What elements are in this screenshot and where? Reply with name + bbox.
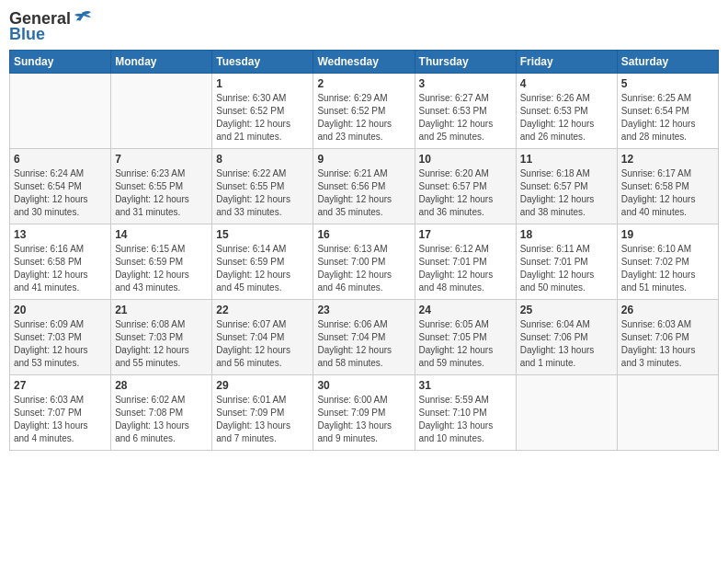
logo-bird-icon [73, 10, 93, 27]
day-info: Sunrise: 6:02 AM Sunset: 7:08 PM Dayligh… [115, 394, 208, 445]
day-info: Sunrise: 6:08 AM Sunset: 7:03 PM Dayligh… [115, 318, 208, 370]
day-info: Sunrise: 6:09 AM Sunset: 7:03 PM Dayligh… [14, 318, 107, 370]
day-number: 12 [621, 153, 714, 166]
day-number: 8 [216, 153, 309, 166]
calendar-cell: 5Sunrise: 6:25 AM Sunset: 6:54 PM Daylig… [617, 74, 718, 149]
calendar-cell: 26Sunrise: 6:03 AM Sunset: 7:06 PM Dayli… [617, 300, 718, 375]
day-info: Sunrise: 6:01 AM Sunset: 7:09 PM Dayligh… [216, 394, 309, 445]
calendar-cell: 15Sunrise: 6:14 AM Sunset: 6:59 PM Dayli… [212, 224, 313, 300]
day-info: Sunrise: 6:18 AM Sunset: 6:57 PM Dayligh… [520, 167, 613, 219]
day-number: 6 [14, 153, 107, 166]
day-info: Sunrise: 6:03 AM Sunset: 7:06 PM Dayligh… [621, 318, 714, 370]
weekday-header-thursday: Thursday [415, 51, 516, 74]
weekday-header-saturday: Saturday [617, 51, 718, 74]
weekday-header-friday: Friday [516, 51, 617, 74]
calendar-cell: 28Sunrise: 6:02 AM Sunset: 7:08 PM Dayli… [111, 375, 212, 451]
day-info: Sunrise: 6:30 AM Sunset: 6:52 PM Dayligh… [216, 92, 309, 144]
day-number: 1 [216, 77, 309, 90]
day-info: Sunrise: 6:29 AM Sunset: 6:52 PM Dayligh… [317, 92, 410, 144]
calendar-cell: 7Sunrise: 6:23 AM Sunset: 6:55 PM Daylig… [111, 149, 212, 224]
calendar-cell: 22Sunrise: 6:07 AM Sunset: 7:04 PM Dayli… [212, 300, 313, 375]
day-info: Sunrise: 6:21 AM Sunset: 6:56 PM Dayligh… [317, 167, 410, 219]
calendar-cell: 19Sunrise: 6:10 AM Sunset: 7:02 PM Dayli… [617, 224, 718, 300]
day-number: 9 [317, 153, 410, 166]
calendar-cell: 11Sunrise: 6:18 AM Sunset: 6:57 PM Dayli… [516, 149, 617, 224]
day-info: Sunrise: 6:11 AM Sunset: 7:01 PM Dayligh… [520, 243, 613, 294]
day-number: 13 [14, 228, 107, 241]
day-number: 11 [520, 153, 613, 166]
weekday-header-tuesday: Tuesday [212, 51, 313, 74]
day-info: Sunrise: 6:24 AM Sunset: 6:54 PM Dayligh… [14, 167, 107, 219]
calendar-cell: 31Sunrise: 5:59 AM Sunset: 7:10 PM Dayli… [415, 375, 516, 451]
calendar-cell: 20Sunrise: 6:09 AM Sunset: 7:03 PM Dayli… [10, 300, 111, 375]
day-number: 16 [317, 228, 410, 241]
day-number: 18 [520, 228, 613, 241]
day-info: Sunrise: 6:17 AM Sunset: 6:58 PM Dayligh… [621, 167, 714, 219]
day-info: Sunrise: 6:20 AM Sunset: 6:57 PM Dayligh… [419, 167, 512, 219]
logo: General Blue [9, 9, 93, 44]
day-number: 28 [115, 379, 208, 392]
calendar-cell: 27Sunrise: 6:03 AM Sunset: 7:07 PM Dayli… [10, 375, 111, 451]
day-number: 27 [14, 379, 107, 392]
calendar-cell: 4Sunrise: 6:26 AM Sunset: 6:53 PM Daylig… [516, 74, 617, 149]
day-number: 15 [216, 228, 309, 241]
day-info: Sunrise: 6:10 AM Sunset: 7:02 PM Dayligh… [621, 243, 714, 294]
calendar-cell: 17Sunrise: 6:12 AM Sunset: 7:01 PM Dayli… [415, 224, 516, 300]
day-number: 29 [216, 379, 309, 392]
day-info: Sunrise: 6:22 AM Sunset: 6:55 PM Dayligh… [216, 167, 309, 219]
weekday-header-monday: Monday [111, 51, 212, 74]
day-info: Sunrise: 6:05 AM Sunset: 7:05 PM Dayligh… [419, 318, 512, 370]
day-info: Sunrise: 5:59 AM Sunset: 7:10 PM Dayligh… [419, 394, 512, 445]
calendar-week-2: 6Sunrise: 6:24 AM Sunset: 6:54 PM Daylig… [10, 149, 719, 224]
day-info: Sunrise: 6:16 AM Sunset: 6:58 PM Dayligh… [14, 243, 107, 294]
calendar-cell [10, 74, 111, 149]
day-info: Sunrise: 6:25 AM Sunset: 6:54 PM Dayligh… [621, 92, 714, 144]
calendar-table: SundayMondayTuesdayWednesdayThursdayFrid… [9, 50, 719, 451]
day-number: 31 [419, 379, 512, 392]
calendar-cell: 8Sunrise: 6:22 AM Sunset: 6:55 PM Daylig… [212, 149, 313, 224]
header-row: SundayMondayTuesdayWednesdayThursdayFrid… [10, 51, 719, 74]
calendar-cell: 18Sunrise: 6:11 AM Sunset: 7:01 PM Dayli… [516, 224, 617, 300]
day-number: 20 [14, 304, 107, 316]
day-info: Sunrise: 6:15 AM Sunset: 6:59 PM Dayligh… [115, 243, 208, 294]
day-number: 10 [419, 153, 512, 166]
calendar-cell: 29Sunrise: 6:01 AM Sunset: 7:09 PM Dayli… [212, 375, 313, 451]
day-number: 5 [621, 77, 714, 90]
calendar-cell: 30Sunrise: 6:00 AM Sunset: 7:09 PM Dayli… [313, 375, 415, 451]
day-number: 23 [317, 304, 410, 316]
logo-blue: Blue [9, 25, 45, 44]
calendar-cell [111, 74, 212, 149]
day-number: 22 [216, 304, 309, 316]
calendar-cell: 3Sunrise: 6:27 AM Sunset: 6:53 PM Daylig… [415, 74, 516, 149]
day-number: 19 [621, 228, 714, 241]
calendar-cell: 2Sunrise: 6:29 AM Sunset: 6:52 PM Daylig… [313, 74, 415, 149]
day-info: Sunrise: 6:04 AM Sunset: 7:06 PM Dayligh… [520, 318, 613, 370]
calendar-cell [516, 375, 617, 451]
day-number: 17 [419, 228, 512, 241]
day-number: 14 [115, 228, 208, 241]
calendar-week-5: 27Sunrise: 6:03 AM Sunset: 7:07 PM Dayli… [10, 375, 719, 451]
day-number: 25 [520, 304, 613, 316]
calendar-week-3: 13Sunrise: 6:16 AM Sunset: 6:58 PM Dayli… [10, 224, 719, 300]
calendar-cell: 9Sunrise: 6:21 AM Sunset: 6:56 PM Daylig… [313, 149, 415, 224]
day-info: Sunrise: 6:03 AM Sunset: 7:07 PM Dayligh… [14, 394, 107, 445]
day-info: Sunrise: 6:07 AM Sunset: 7:04 PM Dayligh… [216, 318, 309, 370]
calendar-week-4: 20Sunrise: 6:09 AM Sunset: 7:03 PM Dayli… [10, 300, 719, 375]
calendar-cell: 6Sunrise: 6:24 AM Sunset: 6:54 PM Daylig… [10, 149, 111, 224]
day-info: Sunrise: 6:23 AM Sunset: 6:55 PM Dayligh… [115, 167, 208, 219]
weekday-header-wednesday: Wednesday [313, 51, 415, 74]
day-number: 3 [419, 77, 512, 90]
weekday-header-sunday: Sunday [10, 51, 111, 74]
day-info: Sunrise: 6:12 AM Sunset: 7:01 PM Dayligh… [419, 243, 512, 294]
calendar-cell: 21Sunrise: 6:08 AM Sunset: 7:03 PM Dayli… [111, 300, 212, 375]
day-number: 2 [317, 77, 410, 90]
day-info: Sunrise: 6:06 AM Sunset: 7:04 PM Dayligh… [317, 318, 410, 370]
calendar-cell: 14Sunrise: 6:15 AM Sunset: 6:59 PM Dayli… [111, 224, 212, 300]
day-number: 7 [115, 153, 208, 166]
day-info: Sunrise: 6:00 AM Sunset: 7:09 PM Dayligh… [317, 394, 410, 445]
day-number: 4 [520, 77, 613, 90]
calendar-cell: 12Sunrise: 6:17 AM Sunset: 6:58 PM Dayli… [617, 149, 718, 224]
day-number: 30 [317, 379, 410, 392]
calendar-week-1: 1Sunrise: 6:30 AM Sunset: 6:52 PM Daylig… [10, 74, 719, 149]
day-number: 26 [621, 304, 714, 316]
